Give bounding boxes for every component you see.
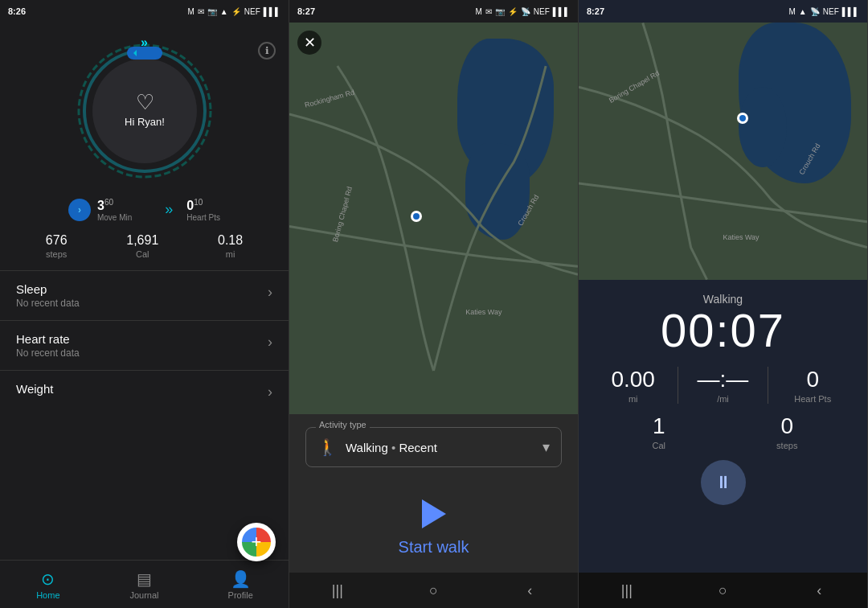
workout-cal: 1 Cal: [627, 413, 691, 450]
ring-arrow: »: [141, 35, 148, 50]
map-background: Rockingham Rd Boring Chapel Rd Katies Wa…: [289, 23, 578, 414]
divider-v1: [678, 367, 678, 404]
android-home-p3[interactable]: ○: [706, 574, 739, 606]
status-bar-p1: 8:26 M ✉ 📷 ▲ ⚡ NEF ▌▌▌: [0, 0, 289, 23]
heart-rate-arrow: ›: [268, 334, 272, 351]
pause-button[interactable]: ⏸: [701, 460, 746, 505]
workout-stats: Walking 00:07 0.00 mi —:— /mi 0 Heart Pt…: [579, 280, 867, 573]
activity-type-panel: Activity type 🚶 Walking • Recent ▾: [289, 414, 578, 480]
move-min-stat: › 360 Move Min: [68, 198, 132, 222]
walk-icon: 🚶: [317, 438, 338, 457]
heart-pts-values: 010 Heart Pts: [186, 198, 220, 222]
bottom-nav-p1: ⊙ Home ▤ Journal 👤 Profile: [0, 560, 289, 608]
move-min-number: 360: [97, 198, 132, 213]
sleep-list-item[interactable]: Sleep No recent data ›: [0, 271, 289, 320]
android-back[interactable]: ‹: [514, 574, 546, 606]
start-walk-label[interactable]: Start walk: [399, 538, 469, 557]
nav-profile[interactable]: 👤 Profile: [192, 561, 289, 608]
steps-stat: 676 steps: [46, 233, 68, 259]
svg-text:Boring Chapel Rd: Boring Chapel Rd: [608, 69, 661, 105]
panel-fitness-home: 8:26 M ✉ 📷 ▲ ⚡ NEF ▌▌▌ ℹ: [0, 0, 289, 608]
android-home[interactable]: ○: [417, 574, 449, 606]
weight-arrow: ›: [268, 384, 272, 401]
workout-steps: 0 steps: [755, 413, 819, 450]
svg-text:Hi Ryan!: Hi Ryan!: [125, 116, 165, 128]
activity-ring-area: ℹ ♡ Hi Ryan! »: [0, 23, 289, 191]
svg-text:Crouch Rd: Crouch Rd: [516, 193, 540, 227]
status-icons-p2: M ✉ 📷 ⚡ 📡 NEF ▌▌▌: [475, 7, 570, 16]
activity-selector[interactable]: Activity type 🚶 Walking • Recent ▾: [305, 427, 562, 467]
cal-stat: 1,691 Cal: [126, 233, 158, 259]
map-area: Rockingham Rd Boring Chapel Rd Katies Wa…: [289, 23, 578, 414]
move-min-icon: ›: [68, 199, 91, 221]
workout-row-1: 0.00 mi —:— /mi 0 Heart Pts: [595, 367, 851, 404]
android-recents[interactable]: |||: [321, 574, 354, 606]
fitness-home-content: ℹ ♡ Hi Ryan! »: [0, 23, 289, 560]
activity-text: Walking • Recent: [346, 441, 534, 454]
workout-distance: 0.00 mi: [601, 367, 665, 404]
workout-row-2: 1 Cal 0 steps: [595, 413, 851, 450]
journal-icon: ▤: [137, 569, 152, 589]
nav-home[interactable]: ⊙ Home: [0, 561, 96, 608]
pause-btn-row: ⏸: [595, 450, 851, 515]
android-nav-p2: ||| ○ ‹: [289, 573, 578, 608]
mi-stat: 0.18 mi: [218, 233, 243, 259]
android-recents-p3[interactable]: |||: [611, 574, 643, 606]
sleep-arrow: ›: [268, 284, 272, 301]
android-nav-p3: ||| ○ ‹: [579, 573, 867, 608]
profile-icon: 👤: [231, 569, 251, 589]
start-walk-section: Start walk: [289, 480, 578, 573]
heart-pts-icon: »: [158, 199, 180, 221]
workout-pace: —:— /mi: [690, 367, 755, 404]
home-icon: ⊙: [41, 569, 55, 589]
stats-row: › 360 Move Min » 010 Heart Pts: [0, 191, 289, 225]
weight-list-item[interactable]: Weight ›: [0, 371, 289, 412]
close-map-button[interactable]: ✕: [297, 31, 321, 55]
move-min-label: Move Min: [97, 213, 132, 222]
fab-button[interactable]: +: [237, 523, 276, 561]
activity-type-label: Activity type: [316, 420, 370, 429]
info-icon[interactable]: ℹ: [258, 42, 276, 60]
nav-journal[interactable]: ▤ Journal: [96, 561, 193, 608]
svg-text:Katies Way: Katies Way: [465, 308, 502, 316]
workout-timer: 00:07: [595, 307, 851, 354]
time-p3: 8:27: [587, 6, 604, 16]
heart-rate-list-item[interactable]: Heart rate No recent data ›: [0, 321, 289, 370]
svg-text:♡: ♡: [135, 90, 154, 114]
heart-pts-label: Heart Pts: [186, 213, 220, 222]
dropdown-icon: ▾: [542, 438, 550, 456]
svg-text:Rockingham Rd: Rockingham Rd: [304, 88, 355, 109]
play-icon: [422, 499, 446, 528]
move-min-values: 360 Move Min: [97, 198, 132, 222]
android-back-p3[interactable]: ‹: [803, 574, 835, 606]
status-bar-p3: 8:27 M ▲ 📡 NEF ▌▌▌: [579, 0, 867, 23]
status-icons-p1: M ✉ 📷 ▲ ⚡ NEF ▌▌▌: [187, 7, 280, 16]
workout-heart-pts: 0 Heart Pts: [780, 367, 845, 404]
svg-text:Katies Way: Katies Way: [723, 233, 760, 241]
time-p2: 8:27: [297, 6, 315, 16]
panel-workout-tracking: 8:27 M ▲ 📡 NEF ▌▌▌ Boring Chapel Rd Kati…: [579, 0, 868, 608]
svg-text:Crouch Rd: Crouch Rd: [797, 142, 821, 176]
heart-pts-stat: » 010 Heart Pts: [158, 198, 220, 222]
workout-map: Boring Chapel Rd Katies Way Crouch Rd: [579, 23, 867, 280]
status-bar-p2: 8:27 M ✉ 📷 ⚡ 📡 NEF ▌▌▌: [289, 0, 578, 23]
status-icons-p3: M ▲ 📡 NEF ▌▌▌: [788, 7, 859, 16]
divider-v2: [768, 367, 768, 404]
simple-stats-row: 676 steps 1,691 Cal 0.18 mi: [0, 225, 289, 270]
panel-map-activity: 8:27 M ✉ 📷 ⚡ 📡 NEF ▌▌▌ Rockingham: [289, 0, 579, 608]
location-dot: [411, 211, 422, 222]
heart-pts-number: 010: [186, 198, 220, 213]
activity-ring: ♡ Hi Ryan! » »: [72, 39, 217, 183]
time-p1: 8:26: [8, 6, 26, 16]
